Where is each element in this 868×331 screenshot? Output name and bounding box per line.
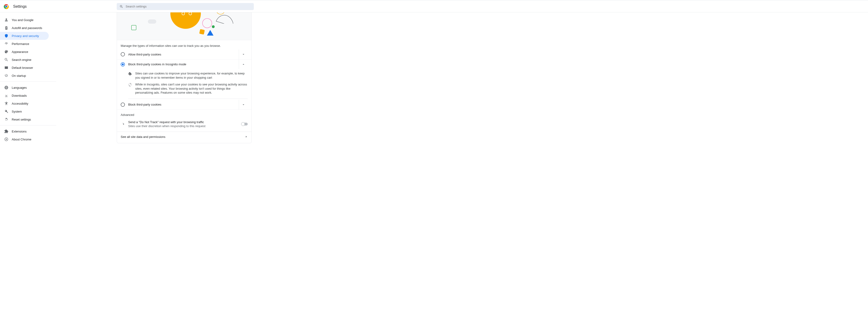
power-icon — [4, 73, 8, 78]
gauge-icon — [4, 42, 8, 46]
radio-icon — [121, 62, 125, 66]
sidebar-item-privacy-and-security[interactable]: Privacy and security — [0, 32, 49, 40]
search-settings[interactable] — [117, 3, 254, 10]
cookie-option-2[interactable]: Block third-party cookies — [117, 100, 251, 109]
settings-card: Manage the types of information sites ca… — [117, 12, 252, 143]
page-title: Settings — [13, 4, 27, 9]
sidebar-item-label: Reset settings — [12, 118, 31, 121]
chevron-up-icon — [242, 63, 245, 66]
svg-rect-11 — [148, 20, 156, 24]
shield-icon — [4, 34, 8, 38]
sidebar-item-accessibility[interactable]: Accessibility — [0, 99, 49, 107]
svg-point-12 — [203, 19, 212, 28]
sidebar-item-default-browser[interactable]: Default browser — [0, 64, 49, 72]
reset-icon — [4, 117, 8, 122]
advanced-header: Advanced — [117, 109, 251, 118]
chrome-icon — [4, 137, 8, 141]
expand-button[interactable] — [239, 100, 248, 109]
option-label: Block third-party cookies — [128, 103, 239, 106]
svg-rect-10 — [131, 25, 136, 30]
sidebar-item-label: Autofill and passwords — [12, 26, 42, 30]
radio-icon — [121, 102, 125, 107]
sidebar-item-reset-settings[interactable]: Reset settings — [0, 115, 49, 123]
detail-text: Sites can use cookies to improve your br… — [135, 71, 248, 79]
cookie-icon — [128, 71, 132, 79]
svg-point-16 — [216, 12, 225, 14]
sidebar-item-on-startup[interactable]: On startup — [0, 72, 49, 79]
dnt-row[interactable]: Send a "Do Not Track" request with your … — [117, 118, 251, 132]
cookie-option-1[interactable]: Block third-party cookies in Incognito m… — [117, 59, 251, 69]
expand-button[interactable] — [239, 60, 248, 69]
browser-icon — [4, 66, 8, 70]
sidebar-item-extensions[interactable]: Extensions — [0, 127, 49, 135]
option-label: Block third-party cookies in Incognito m… — [128, 63, 239, 66]
svg-point-3 — [6, 139, 7, 140]
dnt-sub: Sites use their discretion when respondi… — [128, 124, 242, 128]
chevron-down-icon — [242, 103, 245, 106]
wrench-icon — [4, 109, 8, 113]
person-icon — [4, 18, 8, 22]
sidebar-item-label: Search engine — [12, 58, 31, 62]
svg-marker-14 — [207, 30, 214, 36]
sidebar-item-label: Downloads — [12, 94, 27, 97]
sidebar-item-label: Appearance — [12, 50, 28, 54]
dnt-toggle[interactable] — [242, 123, 248, 126]
clipboard-icon — [4, 26, 8, 30]
sidebar-item-label: Extensions — [12, 130, 27, 133]
option-details: Sites can use cookies to improve your br… — [117, 69, 251, 100]
sidebar-item-system[interactable]: System — [0, 107, 49, 115]
search-input[interactable] — [126, 5, 251, 8]
sidebar-item-appearance[interactable]: Appearance — [0, 48, 49, 56]
svg-point-1 — [5, 6, 7, 7]
globe-icon — [4, 86, 8, 90]
sidebar-item-label: About Chrome — [12, 138, 31, 141]
arrow-icon — [121, 122, 125, 126]
sidebar-item-downloads[interactable]: Downloads — [0, 92, 49, 99]
sidebar: You and GoogleAutofill and passwordsPriv… — [0, 12, 56, 143]
sidebar-item-about-chrome[interactable]: About Chrome — [0, 135, 49, 143]
header: Settings — [0, 1, 868, 12]
a11y-icon — [4, 101, 8, 106]
sidebar-item-label: Privacy and security — [12, 34, 39, 38]
download-icon — [4, 93, 8, 98]
search-icon — [120, 5, 123, 8]
palette-icon — [4, 49, 8, 54]
section-description: Manage the types of information sites ca… — [117, 40, 251, 49]
cookie-option-0[interactable]: Allow third-party cookies — [117, 49, 251, 59]
sidebar-item-label: Performance — [12, 42, 29, 46]
block-icon — [128, 82, 132, 95]
sidebar-item-languages[interactable]: Languages — [0, 84, 49, 92]
dnt-title: Send a "Do Not Track" request with your … — [128, 120, 242, 124]
sidebar-item-label: On startup — [12, 74, 26, 77]
see-all-label: See all site data and permissions — [121, 135, 165, 139]
sidebar-item-label: You and Google — [12, 18, 33, 22]
search-icon — [4, 58, 8, 62]
radio-icon — [121, 52, 125, 57]
see-all-site-data-link[interactable]: See all site data and permissions — [117, 132, 251, 142]
sidebar-item-autofill-and-passwords[interactable]: Autofill and passwords — [0, 24, 49, 32]
option-label: Allow third-party cookies — [128, 53, 239, 56]
svg-rect-13 — [199, 29, 205, 35]
chevron-right-icon — [245, 135, 248, 138]
sidebar-item-label: System — [12, 110, 22, 113]
svg-point-4 — [170, 12, 201, 29]
sidebar-item-performance[interactable]: Performance — [0, 40, 49, 48]
hero-illustration — [117, 12, 251, 40]
sidebar-item-search-engine[interactable]: Search engine — [0, 56, 49, 64]
sidebar-item-label: Default browser — [12, 66, 33, 69]
sidebar-item-label: Accessibility — [12, 102, 28, 105]
sidebar-item-you-and-google[interactable]: You and Google — [0, 16, 49, 24]
sidebar-item-label: Languages — [12, 86, 27, 90]
expand-button[interactable] — [239, 49, 248, 59]
chrome-logo-icon — [4, 4, 9, 9]
puzzle-icon — [4, 129, 8, 133]
svg-point-15 — [212, 25, 215, 28]
detail-text: While in Incognito, sites can't use your… — [135, 82, 248, 95]
chevron-down-icon — [242, 53, 245, 56]
